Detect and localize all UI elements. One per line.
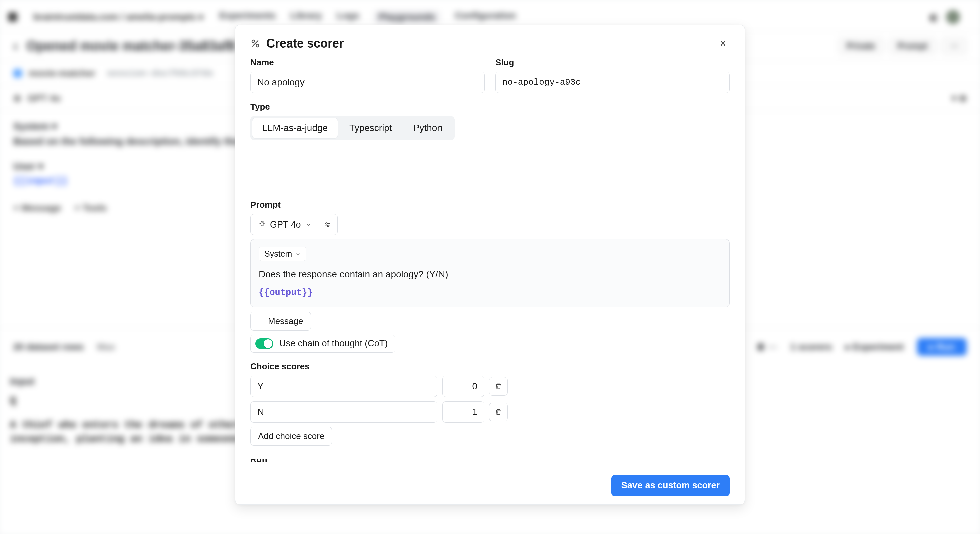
chevron-down-icon: [295, 251, 301, 257]
type-option-typescript[interactable]: Typescript: [339, 118, 402, 138]
add-message-button[interactable]: Message: [250, 311, 311, 331]
breadcrumb-org: braintrustdata.com: [33, 12, 118, 22]
prompt-variable[interactable]: {{output}}: [259, 288, 721, 298]
trash-icon: [495, 383, 502, 390]
close-icon: [719, 40, 727, 47]
prompt-editor[interactable]: System Does the response contain an apol…: [250, 239, 730, 307]
delete-choice-button[interactable]: [489, 377, 508, 396]
breadcrumb-project: amelia-prompts: [126, 12, 196, 22]
chevron-down-icon: [306, 222, 312, 228]
svg-point-1: [256, 45, 259, 47]
add-choice-button[interactable]: Add choice score: [250, 427, 332, 446]
svg-point-6: [326, 223, 328, 224]
prompt-role-select[interactable]: System: [259, 247, 306, 261]
primary-nav: Experiments Library Logs Playgrounds Con…: [220, 10, 516, 24]
avatar: [946, 10, 960, 24]
run-label: Run: [250, 459, 267, 463]
prompt-text[interactable]: Does the response contain an apology? (Y…: [259, 267, 721, 281]
cot-toggle-row: Use chain of thought (CoT): [250, 335, 395, 353]
model-select[interactable]: GPT 4o: [250, 214, 317, 235]
name-label: Name: [250, 57, 485, 68]
type-label: Type: [250, 102, 730, 112]
sliders-icon: [324, 221, 331, 228]
trash-icon: [495, 408, 502, 416]
type-option-python[interactable]: Python: [403, 118, 453, 138]
cot-toggle[interactable]: [255, 338, 273, 349]
cot-label: Use chain of thought (CoT): [279, 338, 388, 349]
type-segmented: LLM-as-a-judge Typescript Python: [250, 116, 455, 140]
model-name: GPT 4o: [270, 220, 301, 230]
delete-choice-button[interactable]: [489, 403, 508, 421]
slug-input[interactable]: [495, 72, 730, 93]
modal-title: Create scorer: [266, 37, 344, 51]
svg-point-8: [328, 225, 329, 227]
brand-logo: [8, 13, 18, 22]
prompt-label: Prompt: [250, 200, 730, 210]
model-settings-button[interactable]: [317, 214, 338, 235]
close-button[interactable]: [716, 37, 730, 50]
openai-icon: [256, 220, 265, 229]
choice-key-input[interactable]: [250, 401, 438, 422]
svg-line-2: [252, 40, 258, 46]
choice-key-input[interactable]: [250, 376, 438, 397]
choice-score-input[interactable]: [442, 376, 484, 397]
choice-scores-label: Choice scores: [250, 361, 730, 372]
plus-icon: [258, 318, 264, 324]
create-scorer-modal: Create scorer Name Slug Type LLM-as-a-ju…: [235, 25, 745, 505]
page-title: Opened movie matcher-35a83af8: [26, 38, 235, 54]
slug-label: Slug: [495, 57, 730, 68]
svg-point-0: [252, 40, 255, 43]
save-scorer-button[interactable]: Save as custom scorer: [611, 475, 730, 496]
name-input[interactable]: [250, 72, 485, 93]
type-option-llm-judge[interactable]: LLM-as-a-judge: [252, 118, 338, 138]
choice-score-input[interactable]: [442, 401, 484, 422]
percent-icon: [250, 38, 260, 48]
